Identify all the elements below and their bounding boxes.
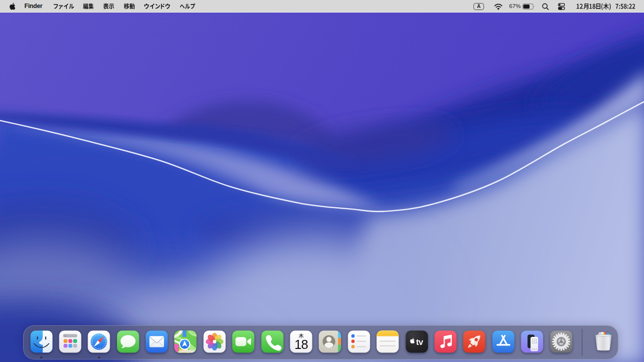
contacts-icon bbox=[318, 330, 341, 353]
menu-item-help[interactable] bbox=[179, 0, 196, 13]
dock-item-phone[interactable] bbox=[261, 330, 284, 353]
menu-item-view[interactable] bbox=[103, 0, 115, 13]
dock-item-safari[interactable] bbox=[88, 330, 110, 353]
menu-app-name[interactable]: Finder bbox=[25, 0, 43, 13]
dock-item-notes[interactable] bbox=[376, 330, 399, 353]
battery-percent[interactable]: 67% bbox=[505, 0, 521, 13]
dock-item-messages[interactable] bbox=[117, 330, 139, 353]
dock-item-contacts[interactable] bbox=[318, 330, 341, 353]
running-indicator bbox=[98, 356, 100, 358]
dock-item-facetime[interactable] bbox=[232, 330, 255, 353]
dock-item-finder[interactable] bbox=[30, 330, 53, 353]
dock-item-rocket[interactable] bbox=[463, 330, 486, 353]
phone-icon bbox=[261, 330, 284, 353]
dock-item-app-store[interactable] bbox=[492, 330, 515, 353]
maps-icon bbox=[174, 330, 197, 353]
dock-item-calendar[interactable]: 18 bbox=[290, 330, 312, 353]
dock-item-system-settings[interactable] bbox=[550, 330, 573, 353]
dock-item-tv[interactable]: tv bbox=[406, 330, 428, 353]
apple-menu-icon[interactable] bbox=[9, 3, 16, 10]
finder-icon bbox=[30, 330, 53, 353]
calendar-icon: 18 bbox=[290, 330, 312, 353]
spotlight-search-icon[interactable] bbox=[542, 3, 549, 10]
messages-icon bbox=[117, 330, 139, 353]
menu-bar: Finder A 67% bbox=[0, 0, 644, 13]
dock-item-reminders[interactable] bbox=[348, 330, 370, 353]
menu-clock-date[interactable] bbox=[576, 0, 612, 13]
dock-item-iphone-mirroring[interactable] bbox=[521, 330, 543, 353]
dock-separator bbox=[582, 329, 583, 355]
desktop-wallpaper bbox=[0, 0, 644, 362]
wifi-icon[interactable] bbox=[494, 4, 503, 10]
mail-icon bbox=[145, 330, 168, 353]
menu-item-file[interactable] bbox=[53, 0, 75, 13]
dock-item-music[interactable] bbox=[434, 330, 457, 353]
dock-item-trash[interactable] bbox=[592, 330, 615, 353]
rocket-icon bbox=[463, 330, 486, 353]
control-center-icon[interactable] bbox=[558, 3, 565, 10]
photos-icon bbox=[203, 330, 226, 353]
menu-item-edit[interactable] bbox=[83, 0, 94, 13]
desktop[interactable]: Finder A 67% 18 bbox=[0, 0, 644, 362]
music-icon bbox=[434, 330, 457, 353]
menu-item-go[interactable] bbox=[123, 0, 135, 13]
app-store-icon bbox=[492, 330, 515, 353]
menu-bar-left: Finder bbox=[0, 0, 352, 13]
trash-icon bbox=[593, 330, 614, 351]
notes-icon bbox=[376, 330, 399, 353]
reminders-icon bbox=[348, 330, 370, 353]
dock-item-mail[interactable] bbox=[145, 330, 168, 353]
input-source-badge[interactable]: A bbox=[473, 3, 484, 10]
safari-icon bbox=[88, 330, 110, 353]
dock: 18 tv bbox=[23, 325, 618, 359]
calendar-day: 18 bbox=[294, 337, 308, 351]
tv-logo-text: tv bbox=[416, 337, 424, 346]
launchpad-icon bbox=[59, 330, 82, 353]
dock-item-maps[interactable] bbox=[174, 330, 197, 353]
tv-icon: tv bbox=[406, 330, 428, 353]
facetime-icon bbox=[232, 330, 255, 353]
battery-icon[interactable] bbox=[522, 4, 535, 10]
iphone-mirroring-icon bbox=[521, 330, 543, 353]
system-settings-icon bbox=[550, 330, 573, 353]
menu-clock-time[interactable] bbox=[615, 0, 636, 13]
dock-item-photos[interactable] bbox=[203, 330, 226, 353]
menu-item-window[interactable] bbox=[143, 0, 171, 13]
running-indicator bbox=[40, 356, 42, 358]
dock-item-launchpad[interactable] bbox=[59, 330, 82, 353]
